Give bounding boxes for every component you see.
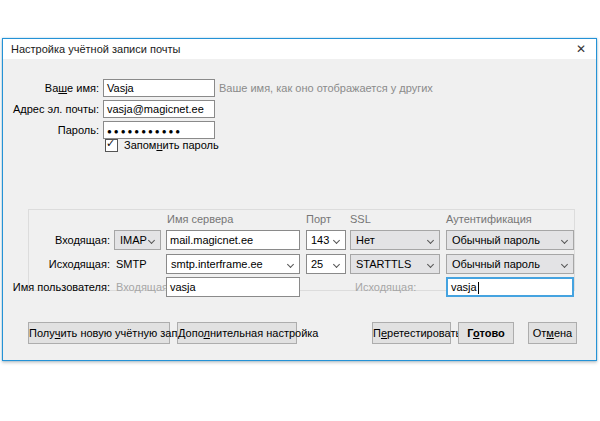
checkmark-icon: ✓ (106, 137, 115, 150)
outgoing-ssl-dropdown[interactable]: STARTTLS (350, 254, 440, 274)
incoming-auth-value: Обычный пароль (452, 234, 540, 246)
username-incoming-label: Входящая: (116, 277, 171, 297)
incoming-port-combobox[interactable]: 143 (306, 230, 346, 250)
incoming-server-value: mail.magicnet.ee (170, 234, 253, 246)
name-input-value: Vasja (107, 82, 134, 94)
retest-button[interactable]: Перетестировать (372, 322, 451, 344)
mail-account-setup-dialog: Настройка учётной записи почты ✕ Ваше им… (2, 38, 597, 361)
chevron-down-icon (333, 237, 340, 244)
chevron-down-icon (427, 237, 434, 244)
name-hint: Ваше имя, как оно отображается у других (219, 79, 433, 97)
advanced-config-button[interactable]: Дополнительная настройка (177, 322, 297, 344)
chevron-down-icon (287, 261, 294, 268)
remember-password-checkbox[interactable]: ✓ (105, 139, 118, 152)
email-label: Адрес эл. почты: (3, 100, 99, 118)
outgoing-port-combobox[interactable]: 25 (306, 254, 346, 274)
name-label: Ваше имя: (3, 79, 99, 97)
outgoing-auth-value: Обычный пароль (452, 258, 540, 270)
ssl-column-header: SSL (350, 212, 371, 226)
cancel-button[interactable]: Отмена (528, 322, 577, 344)
dialog-title: Настройка учётной записи почты (11, 39, 180, 59)
username-outgoing-input[interactable]: vasja (446, 277, 574, 297)
chevron-down-icon (148, 237, 155, 244)
remember-password-label: Запомнить пароль (124, 138, 219, 153)
username-incoming-input[interactable]: vasja (166, 277, 300, 297)
chevron-down-icon (333, 261, 340, 268)
desktop-background: Настройка учётной записи почты ✕ Ваше им… (0, 0, 600, 421)
email-input[interactable]: vasja@magicnet.ee (103, 100, 215, 118)
outgoing-protocol-label: SMTP (116, 254, 147, 274)
chevron-down-icon (427, 261, 434, 268)
auth-column-header: Аутентификация (446, 212, 532, 226)
incoming-ssl-value: Нет (356, 234, 375, 246)
name-input[interactable]: Vasja (103, 79, 215, 97)
incoming-row-label: Входящая: (3, 230, 110, 250)
titlebar[interactable]: Настройка учётной записи почты ✕ (3, 39, 596, 59)
get-new-account-button[interactable]: Получить новую учётную запись (28, 322, 170, 344)
incoming-protocol-dropdown[interactable]: IMAP (114, 230, 161, 250)
incoming-protocol-value: IMAP (120, 234, 147, 246)
port-column-header: Порт (306, 212, 331, 226)
chevron-down-icon (561, 261, 568, 268)
email-input-value: vasja@magicnet.ee (107, 103, 204, 115)
username-incoming-value: vasja (170, 281, 196, 293)
server-name-column-header: Имя сервера (167, 212, 233, 226)
outgoing-row-label: Исходящая: (3, 254, 110, 274)
username-outgoing-label: Исходящая: (355, 277, 416, 297)
incoming-auth-dropdown[interactable]: Обычный пароль (446, 230, 574, 250)
incoming-port-value: 143 (311, 234, 329, 246)
password-masked-value: ●●●●●●●●●●● (107, 127, 182, 136)
outgoing-server-combobox[interactable]: smtp.interframe.ee (166, 254, 300, 274)
password-input[interactable]: ●●●●●●●●●●● (103, 121, 215, 139)
incoming-server-input[interactable]: mail.magicnet.ee (166, 230, 300, 250)
done-button[interactable]: Готово (458, 322, 514, 344)
text-cursor (478, 282, 479, 294)
chevron-down-icon (561, 237, 568, 244)
password-label: Пароль: (3, 121, 99, 139)
outgoing-server-value: smtp.interframe.ee (171, 258, 263, 270)
outgoing-port-value: 25 (311, 258, 323, 270)
close-icon[interactable]: ✕ (576, 39, 586, 59)
username-outgoing-value: vasja (451, 281, 477, 293)
outgoing-ssl-value: STARTTLS (356, 258, 411, 270)
outgoing-auth-dropdown[interactable]: Обычный пароль (446, 254, 574, 274)
incoming-ssl-dropdown[interactable]: Нет (350, 230, 440, 250)
username-row-label: Имя пользователя: (3, 277, 110, 297)
